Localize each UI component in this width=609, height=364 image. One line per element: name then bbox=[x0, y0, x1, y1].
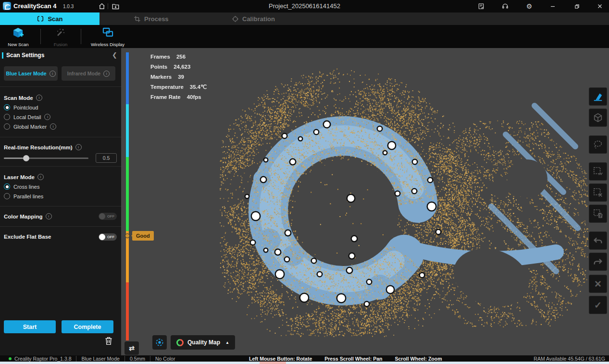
scan-toolbar: New Scan Fusion Wireless Display bbox=[0, 25, 609, 48]
rect-deselect-icon bbox=[593, 187, 603, 198]
crop-icon bbox=[134, 15, 141, 23]
confirm-edit-button[interactable]: ✓ bbox=[589, 296, 607, 314]
crosshair-icon bbox=[155, 338, 164, 347]
calibration-target-icon bbox=[232, 15, 239, 23]
quality-segment bbox=[126, 282, 129, 340]
tab-scan-label: Scan bbox=[48, 15, 62, 23]
quality-indicator-tag: Good bbox=[132, 231, 154, 241]
delete-scan-icon[interactable] bbox=[104, 336, 113, 346]
exclude-flat-base-toggle[interactable]: OFF bbox=[99, 233, 117, 241]
collapse-panel-icon[interactable]: ❮ bbox=[112, 51, 117, 59]
fit-view-button[interactable] bbox=[589, 109, 607, 127]
radio-dot bbox=[4, 193, 10, 199]
blue-laser-info-icon[interactable]: i bbox=[50, 71, 56, 77]
radio-local-detail[interactable]: Local Detail i bbox=[4, 114, 50, 120]
rect-select-invert-icon bbox=[593, 166, 603, 177]
panel-title: Scan Settings bbox=[6, 52, 44, 59]
color-mapping-toggle[interactable]: OFF bbox=[99, 213, 117, 220]
infrared-info-icon[interactable]: i bbox=[103, 71, 110, 77]
eraser-icon bbox=[593, 91, 603, 102]
device-status: Creality Raptor Pro_1.3.8 bbox=[4, 356, 76, 362]
tab-calibration[interactable]: Calibration bbox=[232, 12, 275, 25]
tab-scan[interactable]: Scan bbox=[0, 12, 99, 25]
toggle-state-label: OFF bbox=[107, 214, 114, 218]
scan-mode-info-icon[interactable]: i bbox=[36, 95, 42, 101]
resolution-value-box[interactable]: 0.5 bbox=[96, 153, 117, 163]
changelog-icon[interactable] bbox=[477, 2, 485, 11]
blue-laser-label: Blue Laser Mode bbox=[6, 71, 46, 76]
toggle-knob bbox=[99, 213, 105, 219]
fusion-label: Fusion bbox=[54, 42, 68, 47]
lasso-select-button[interactable] bbox=[589, 135, 607, 154]
local-detail-info-icon[interactable]: i bbox=[44, 114, 50, 120]
wireless-display-icon bbox=[102, 27, 114, 38]
section-divider bbox=[0, 86, 121, 87]
fusion-wand-icon bbox=[55, 27, 66, 38]
x-icon: ✕ bbox=[594, 279, 602, 289]
quality-indicator-dot bbox=[125, 233, 130, 238]
quality-map-dropdown[interactable]: Quality Map ▲ bbox=[171, 335, 235, 350]
stat-frame-rate: Frame Rate40fps bbox=[150, 92, 207, 102]
global-marker-info-icon[interactable]: i bbox=[50, 123, 56, 130]
recenter-view-button[interactable] bbox=[152, 335, 167, 350]
crealityscan-window: { "titlebar": { "app": "CrealityScan 4",… bbox=[0, 0, 609, 364]
scan-frame-icon bbox=[37, 15, 44, 23]
resolution-info-icon[interactable]: i bbox=[75, 144, 82, 150]
section-divider bbox=[0, 137, 121, 137]
flip-scale-button[interactable]: ⇄ bbox=[124, 341, 139, 355]
radio-parallel-lines[interactable]: Parallel lines bbox=[4, 193, 43, 199]
rect-select-invert-button[interactable] bbox=[589, 162, 607, 181]
cancel-edit-button[interactable]: ✕ bbox=[589, 275, 607, 293]
laser-mode-label: Laser Modei bbox=[4, 174, 44, 180]
start-button[interactable]: Start bbox=[4, 320, 56, 333]
infrared-mode-button[interactable]: Infrared Mode i bbox=[62, 66, 115, 81]
panel-header: Scan Settings ❮ bbox=[0, 51, 121, 61]
header-accent-bar bbox=[2, 52, 3, 59]
fusion-button[interactable]: Fusion bbox=[42, 27, 79, 47]
lasso-icon bbox=[593, 139, 603, 150]
radio-cross-lines[interactable]: Cross lines bbox=[4, 183, 39, 190]
toggle-knob bbox=[99, 234, 105, 240]
stat-points: Points24,623 bbox=[150, 61, 207, 72]
redo-button[interactable] bbox=[589, 253, 607, 271]
radio-pointcloud[interactable]: Pointcloud bbox=[4, 104, 38, 110]
quality-color-scale bbox=[126, 52, 129, 340]
section-divider bbox=[0, 206, 121, 206]
restore-button[interactable] bbox=[572, 2, 581, 11]
slider-knob[interactable] bbox=[23, 155, 29, 161]
eraser-tool-button[interactable] bbox=[589, 87, 607, 106]
wireless-display-button[interactable]: Wireless Display bbox=[89, 27, 126, 47]
color-mapping-info-icon[interactable]: i bbox=[46, 213, 52, 219]
quality-segment bbox=[126, 157, 129, 231]
status-bar: Creality Raptor Pro_1.3.8 Blue Laser Mod… bbox=[0, 355, 609, 362]
laser-mode-info-icon[interactable]: i bbox=[37, 174, 44, 180]
resolution-slider[interactable] bbox=[4, 158, 88, 159]
close-button[interactable] bbox=[596, 2, 604, 11]
connection-status-dot bbox=[9, 357, 12, 360]
tab-process[interactable]: Process bbox=[134, 12, 169, 25]
rect-deselect-button[interactable] bbox=[589, 183, 607, 202]
resolution-label: Real-time Resolution(mm)i bbox=[4, 144, 82, 150]
quality-segment bbox=[126, 104, 129, 157]
section-divider bbox=[0, 226, 121, 227]
status-color: No Color bbox=[150, 356, 180, 362]
new-scan-button[interactable]: New Scan bbox=[0, 27, 37, 47]
blue-laser-mode-button[interactable]: Blue Laser Mode i bbox=[4, 66, 58, 81]
scan-settings-panel: Scan Settings ❮ Blue Laser Mode i Infrar… bbox=[0, 48, 121, 355]
complete-button[interactable]: Complete bbox=[62, 320, 113, 333]
title-bar: CrealityScan 4 1.0.3 Project_20250616141… bbox=[0, 0, 609, 12]
main-tab-bar: Scan Process Calibration bbox=[0, 12, 609, 25]
radio-dot bbox=[4, 114, 10, 120]
dropdown-arrow-icon: ▲ bbox=[225, 340, 229, 345]
radio-parallel-lines-label: Parallel lines bbox=[13, 194, 43, 199]
support-icon[interactable] bbox=[501, 2, 510, 11]
section-divider bbox=[0, 166, 121, 167]
radio-dot bbox=[4, 104, 10, 110]
quality-map-label: Quality Map bbox=[187, 339, 222, 346]
radio-global-marker[interactable]: Global Marker i bbox=[4, 123, 56, 130]
minimize-button[interactable] bbox=[548, 2, 557, 11]
delete-selection-button[interactable] bbox=[589, 205, 607, 223]
settings-gear-icon[interactable]: ⚙ bbox=[525, 2, 534, 11]
rect-delete-icon bbox=[593, 208, 603, 219]
undo-button[interactable] bbox=[589, 231, 607, 250]
